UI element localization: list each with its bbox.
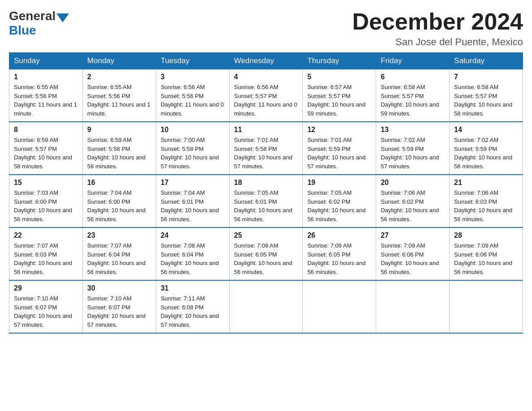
calendar-day-cell: 28 Sunrise: 7:09 AMSunset: 6:06 PMDaylig… (450, 227, 523, 280)
day-number: 21 (454, 179, 518, 187)
day-info: Sunrise: 7:07 AMSunset: 6:03 PMDaylight:… (14, 242, 72, 275)
calendar-week-row: 22 Sunrise: 7:07 AMSunset: 6:03 PMDaylig… (9, 227, 523, 280)
day-of-week-header: Thursday (303, 53, 376, 69)
page-header: General Blue December 2024 San Jose del … (9, 9, 523, 48)
day-number: 15 (14, 179, 78, 187)
calendar-day-cell: 29 Sunrise: 7:10 AMSunset: 6:07 PMDaylig… (9, 280, 83, 333)
calendar-day-cell: 7 Sunrise: 6:58 AMSunset: 5:57 PMDayligh… (450, 69, 523, 122)
calendar-day-cell: 18 Sunrise: 7:05 AMSunset: 6:01 PMDaylig… (229, 175, 303, 227)
day-info: Sunrise: 7:01 AMSunset: 5:59 PMDaylight:… (307, 137, 365, 170)
calendar-day-cell: 1 Sunrise: 6:55 AMSunset: 5:56 PMDayligh… (9, 69, 83, 122)
day-number: 7 (454, 73, 518, 81)
day-info: Sunrise: 7:03 AMSunset: 6:00 PMDaylight:… (14, 189, 72, 223)
day-info: Sunrise: 7:10 AMSunset: 6:07 PMDaylight:… (87, 295, 146, 328)
day-info: Sunrise: 7:01 AMSunset: 5:58 PMDaylight:… (234, 137, 292, 170)
calendar-day-cell: 26 Sunrise: 7:09 AMSunset: 6:05 PMDaylig… (303, 227, 376, 280)
day-number: 2 (87, 73, 151, 81)
calendar-week-row: 29 Sunrise: 7:10 AMSunset: 6:07 PMDaylig… (9, 280, 523, 333)
day-number: 23 (87, 231, 151, 240)
day-number: 18 (234, 179, 298, 187)
day-info: Sunrise: 7:07 AMSunset: 6:04 PMDaylight:… (87, 242, 146, 275)
calendar-day-cell: 22 Sunrise: 7:07 AMSunset: 6:03 PMDaylig… (9, 227, 83, 280)
day-of-week-header: Tuesday (156, 53, 229, 69)
day-info: Sunrise: 6:58 AMSunset: 5:57 PMDaylight:… (381, 84, 439, 117)
day-of-week-header: Wednesday (229, 53, 303, 69)
day-info: Sunrise: 6:56 AMSunset: 5:57 PMDaylight:… (234, 84, 297, 117)
day-number: 24 (161, 231, 225, 240)
day-number: 16 (87, 179, 151, 187)
day-number: 19 (307, 179, 371, 187)
calendar-day-cell: 25 Sunrise: 7:08 AMSunset: 6:05 PMDaylig… (229, 227, 303, 280)
day-number: 30 (87, 284, 151, 292)
day-number: 12 (307, 126, 371, 134)
calendar-day-cell (450, 280, 523, 333)
day-info: Sunrise: 6:59 AMSunset: 5:58 PMDaylight:… (87, 137, 146, 170)
calendar-day-cell: 13 Sunrise: 7:02 AMSunset: 5:59 PMDaylig… (376, 122, 450, 175)
day-number: 1 (14, 73, 78, 81)
day-info: Sunrise: 7:05 AMSunset: 6:02 PMDaylight:… (307, 189, 365, 223)
day-number: 22 (14, 231, 78, 240)
calendar-day-cell: 11 Sunrise: 7:01 AMSunset: 5:58 PMDaylig… (229, 122, 303, 175)
calendar-day-cell (303, 280, 376, 333)
day-info: Sunrise: 7:00 AMSunset: 5:58 PMDaylight:… (161, 137, 219, 170)
calendar-day-cell: 5 Sunrise: 6:57 AMSunset: 5:57 PMDayligh… (303, 69, 376, 122)
day-number: 5 (307, 73, 371, 81)
calendar-week-row: 15 Sunrise: 7:03 AMSunset: 6:00 PMDaylig… (9, 175, 523, 227)
calendar-day-cell: 27 Sunrise: 7:09 AMSunset: 6:06 PMDaylig… (376, 227, 450, 280)
calendar-day-cell (376, 280, 450, 333)
calendar-day-cell (229, 280, 303, 333)
calendar-week-row: 1 Sunrise: 6:55 AMSunset: 5:56 PMDayligh… (9, 69, 523, 122)
day-of-week-header: Friday (376, 53, 450, 69)
day-info: Sunrise: 7:11 AMSunset: 6:08 PMDaylight:… (161, 295, 219, 328)
calendar-day-cell: 10 Sunrise: 7:00 AMSunset: 5:58 PMDaylig… (156, 122, 229, 175)
day-info: Sunrise: 7:04 AMSunset: 6:00 PMDaylight:… (87, 189, 146, 223)
day-info: Sunrise: 7:06 AMSunset: 6:02 PMDaylight:… (381, 189, 439, 223)
calendar-day-cell: 14 Sunrise: 7:02 AMSunset: 5:59 PMDaylig… (450, 122, 523, 175)
day-info: Sunrise: 6:57 AMSunset: 5:57 PMDaylight:… (307, 84, 365, 117)
logo-general-text: General (9, 9, 56, 23)
day-number: 26 (307, 231, 371, 240)
calendar-day-cell: 24 Sunrise: 7:08 AMSunset: 6:04 PMDaylig… (156, 227, 229, 280)
logo-blue-text: Blue (9, 23, 36, 38)
calendar-day-cell: 8 Sunrise: 6:59 AMSunset: 5:57 PMDayligh… (9, 122, 83, 175)
calendar-day-cell: 6 Sunrise: 6:58 AMSunset: 5:57 PMDayligh… (376, 69, 450, 122)
calendar-day-cell: 15 Sunrise: 7:03 AMSunset: 6:00 PMDaylig… (9, 175, 83, 227)
day-number: 31 (161, 284, 225, 292)
calendar-day-cell: 17 Sunrise: 7:04 AMSunset: 6:01 PMDaylig… (156, 175, 229, 227)
month-title: December 2024 (352, 9, 523, 34)
day-info: Sunrise: 7:10 AMSunset: 6:07 PMDaylight:… (14, 295, 72, 328)
day-info: Sunrise: 7:02 AMSunset: 5:59 PMDaylight:… (381, 137, 439, 170)
day-number: 14 (454, 126, 518, 134)
day-number: 11 (234, 126, 298, 134)
day-info: Sunrise: 7:02 AMSunset: 5:59 PMDaylight:… (454, 137, 512, 170)
calendar-day-cell: 23 Sunrise: 7:07 AMSunset: 6:04 PMDaylig… (82, 227, 156, 280)
day-info: Sunrise: 6:56 AMSunset: 5:56 PMDaylight:… (161, 84, 224, 117)
logo: General Blue (9, 9, 70, 38)
calendar-week-row: 8 Sunrise: 6:59 AMSunset: 5:57 PMDayligh… (9, 122, 523, 175)
location-text: San Jose del Puente, Mexico (352, 36, 523, 48)
day-info: Sunrise: 7:08 AMSunset: 6:04 PMDaylight:… (161, 242, 219, 275)
day-number: 28 (454, 231, 518, 240)
calendar-day-cell: 16 Sunrise: 7:04 AMSunset: 6:00 PMDaylig… (82, 175, 156, 227)
day-info: Sunrise: 7:09 AMSunset: 6:05 PMDaylight:… (307, 242, 365, 275)
day-of-week-header: Sunday (9, 53, 83, 69)
day-info: Sunrise: 7:08 AMSunset: 6:05 PMDaylight:… (234, 242, 292, 275)
day-number: 4 (234, 73, 298, 81)
day-number: 20 (381, 179, 445, 187)
day-info: Sunrise: 6:55 AMSunset: 5:56 PMDaylight:… (87, 84, 150, 117)
day-of-week-header: Monday (82, 53, 156, 69)
calendar-day-cell: 20 Sunrise: 7:06 AMSunset: 6:02 PMDaylig… (376, 175, 450, 227)
day-number: 9 (87, 126, 151, 134)
day-info: Sunrise: 7:05 AMSunset: 6:01 PMDaylight:… (234, 189, 292, 223)
day-number: 10 (161, 126, 225, 134)
day-of-week-header: Saturday (450, 53, 523, 69)
calendar-day-cell: 30 Sunrise: 7:10 AMSunset: 6:07 PMDaylig… (82, 280, 156, 333)
calendar-table: SundayMondayTuesdayWednesdayThursdayFrid… (9, 52, 523, 334)
day-number: 6 (381, 73, 445, 81)
day-number: 27 (381, 231, 445, 240)
day-info: Sunrise: 7:06 AMSunset: 6:03 PMDaylight:… (454, 189, 512, 223)
day-number: 17 (161, 179, 225, 187)
day-number: 13 (381, 126, 445, 134)
calendar-day-cell: 4 Sunrise: 6:56 AMSunset: 5:57 PMDayligh… (229, 69, 303, 122)
day-info: Sunrise: 7:09 AMSunset: 6:06 PMDaylight:… (454, 242, 512, 275)
